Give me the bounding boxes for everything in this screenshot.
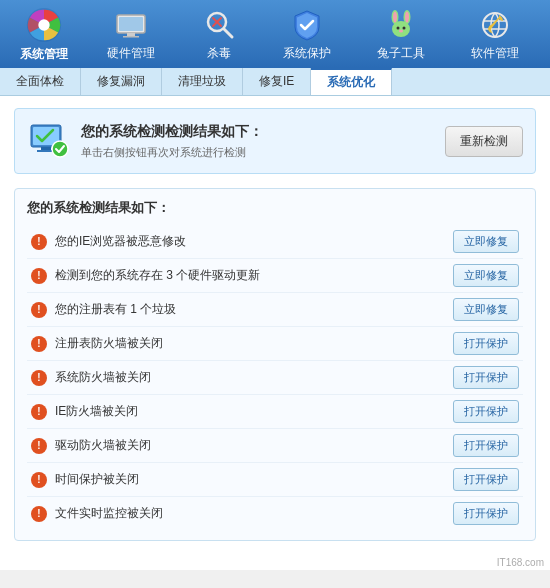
nav-rabbit[interactable]: 兔子工具 <box>367 1 435 68</box>
item-text: IE防火墙被关闭 <box>55 403 445 420</box>
fix-button[interactable]: 立即修复 <box>453 230 519 253</box>
tab-repair-ie[interactable]: 修复IE <box>243 68 311 95</box>
svg-point-14 <box>405 11 409 22</box>
hardware-icon <box>113 7 149 43</box>
item-text: 检测到您的系统存在 3 个硬件驱动更新 <box>55 267 445 284</box>
protect-button[interactable]: 打开保护 <box>453 332 519 355</box>
protect-icon <box>289 7 325 43</box>
result-item: !驱动防火墙被关闭打开保护 <box>27 429 523 463</box>
svg-rect-3 <box>119 17 143 31</box>
result-item: !检测到您的系统存在 3 个硬件驱动更新立即修复 <box>27 259 523 293</box>
warn-icon: ! <box>31 302 47 318</box>
kill-label: 杀毒 <box>207 45 231 62</box>
banner-computer-icon <box>27 119 71 163</box>
warn-icon: ! <box>31 438 47 454</box>
tab-full-check[interactable]: 全面体检 <box>0 68 81 95</box>
nav-kill[interactable]: 杀毒 <box>191 1 247 68</box>
svg-point-16 <box>403 26 406 29</box>
main-content: 您的系统检测检测结果如下： 单击右侧按钮再次对系统进行检测 重新检测 您的系统检… <box>0 96 550 553</box>
nav-items: 硬件管理 杀毒 系统保护 <box>84 1 542 68</box>
protect-button[interactable]: 打开保护 <box>453 366 519 389</box>
item-text: 注册表防火墙被关闭 <box>55 335 445 352</box>
item-text: 驱动防火墙被关闭 <box>55 437 445 454</box>
protect-button[interactable]: 打开保护 <box>453 468 519 491</box>
svg-line-7 <box>224 29 232 37</box>
item-text: 系统防火墙被关闭 <box>55 369 445 386</box>
result-title: 您的系统检测结果如下： <box>27 199 523 217</box>
rescan-button[interactable]: 重新检测 <box>445 126 523 157</box>
result-item: !IE防火墙被关闭打开保护 <box>27 395 523 429</box>
nav-protect[interactable]: 系统保护 <box>273 1 341 68</box>
banner-text: 您的系统检测检测结果如下： 单击右侧按钮再次对系统进行检测 <box>81 123 445 160</box>
software-label: 软件管理 <box>471 45 519 62</box>
app-logo: 系统管理 <box>8 6 80 63</box>
svg-rect-4 <box>127 33 135 36</box>
result-item: !注册表防火墙被关闭打开保护 <box>27 327 523 361</box>
svg-point-13 <box>393 11 397 22</box>
protect-button[interactable]: 打开保护 <box>453 502 519 525</box>
result-item: !系统防火墙被关闭打开保护 <box>27 361 523 395</box>
logo-icon <box>25 6 63 44</box>
item-text: 您的IE浏览器被恶意修改 <box>55 233 445 250</box>
result-item: !您的IE浏览器被恶意修改立即修复 <box>27 225 523 259</box>
rabbit-label: 兔子工具 <box>377 45 425 62</box>
svg-point-17 <box>399 29 403 32</box>
watermark: IT168.com <box>0 553 550 570</box>
warn-icon: ! <box>31 336 47 352</box>
rabbit-icon <box>383 7 419 43</box>
svg-point-15 <box>397 26 400 29</box>
protect-label: 系统保护 <box>283 45 331 62</box>
svg-rect-23 <box>41 147 51 150</box>
banner-subtitle: 单击右侧按钮再次对系统进行检测 <box>81 145 445 160</box>
fix-button[interactable]: 立即修复 <box>453 298 519 321</box>
protect-button[interactable]: 打开保护 <box>453 400 519 423</box>
warn-icon: ! <box>31 506 47 522</box>
result-items-list: !您的IE浏览器被恶意修改立即修复!检测到您的系统存在 3 个硬件驱动更新立即修… <box>27 225 523 530</box>
banner-title: 您的系统检测检测结果如下： <box>81 123 445 141</box>
kill-icon <box>201 7 237 43</box>
logo-label: 系统管理 <box>20 46 68 63</box>
item-text: 文件实时监控被关闭 <box>55 505 445 522</box>
tab-clean-junk[interactable]: 清理垃圾 <box>162 68 243 95</box>
tab-optimize[interactable]: 系统优化 <box>311 68 392 95</box>
item-text: 时间保护被关闭 <box>55 471 445 488</box>
nav-software[interactable]: 软件管理 <box>461 1 529 68</box>
tab-repair-hs[interactable]: 修复漏洞 <box>81 68 162 95</box>
top-navbar: 系统管理 硬件管理 <box>0 0 550 68</box>
item-text: 您的注册表有 1 个垃圾 <box>55 301 445 318</box>
software-icon <box>477 7 513 43</box>
tab-bar: 全面体检 修复漏洞 清理垃圾 修复IE 系统优化 <box>0 68 550 96</box>
fix-button[interactable]: 立即修复 <box>453 264 519 287</box>
result-item: !您的注册表有 1 个垃圾立即修复 <box>27 293 523 327</box>
result-item: !时间保护被关闭打开保护 <box>27 463 523 497</box>
warn-icon: ! <box>31 268 47 284</box>
result-section: 您的系统检测结果如下： !您的IE浏览器被恶意修改立即修复!检测到您的系统存在 … <box>14 188 536 541</box>
warn-icon: ! <box>31 234 47 250</box>
hardware-label: 硬件管理 <box>107 45 155 62</box>
svg-point-25 <box>52 141 68 157</box>
warn-icon: ! <box>31 472 47 488</box>
warn-icon: ! <box>31 370 47 386</box>
svg-rect-5 <box>123 36 139 38</box>
result-item: !文件实时监控被关闭打开保护 <box>27 497 523 530</box>
svg-point-1 <box>38 19 49 30</box>
svg-point-18 <box>483 13 507 37</box>
nav-hardware[interactable]: 硬件管理 <box>97 1 165 68</box>
scan-banner: 您的系统检测检测结果如下： 单击右侧按钮再次对系统进行检测 重新检测 <box>14 108 536 174</box>
protect-button[interactable]: 打开保护 <box>453 434 519 457</box>
warn-icon: ! <box>31 404 47 420</box>
